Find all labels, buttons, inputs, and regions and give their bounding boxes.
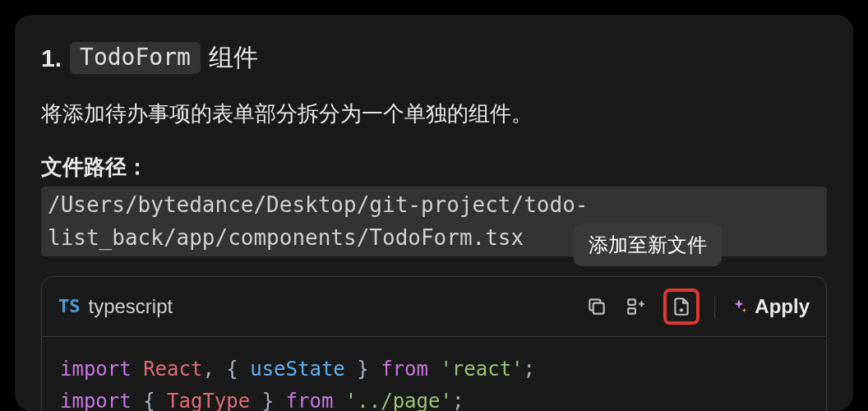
heading-number: 1. [41, 44, 62, 72]
insert-button[interactable] [624, 294, 649, 319]
copy-button[interactable] [584, 294, 609, 319]
copy-icon [586, 296, 607, 317]
code-block: TS typescript [41, 276, 827, 411]
heading-code-badge: TodoForm [70, 42, 201, 74]
new-file-button[interactable] [669, 294, 694, 319]
apply-button[interactable]: Apply [730, 295, 810, 318]
language-label: typescript [89, 295, 173, 318]
svg-rect-1 [629, 299, 636, 305]
section-heading: 1. TodoForm 组件 [41, 41, 827, 75]
file-path-label: 文件路径： [41, 153, 148, 182]
code-line: import React, { useState } from 'react'; [60, 353, 808, 386]
apply-label: Apply [755, 295, 810, 318]
content-panel: 1. TodoForm 组件 将添加待办事项的表单部分拆分为一个单独的组件。 文… [15, 15, 853, 411]
code-header: TS typescript [42, 277, 826, 337]
action-divider [714, 296, 715, 317]
code-body[interactable]: import React, { useState } from 'react';… [42, 337, 826, 411]
svg-rect-0 [593, 302, 604, 313]
sparkle-icon [730, 298, 748, 316]
code-actions: Apply [584, 289, 810, 325]
ts-badge: TS [58, 296, 81, 316]
new-file-highlight [663, 289, 699, 325]
code-line: import { TagType } from '../page'; [60, 386, 808, 411]
new-file-tooltip: 添加至新文件 [574, 224, 722, 266]
heading-suffix: 组件 [209, 41, 258, 75]
section-description: 将添加待办事项的表单部分拆分为一个单独的组件。 [41, 99, 827, 128]
svg-rect-2 [629, 308, 636, 314]
insert-icon [626, 296, 647, 317]
code-container: 添加至新文件 TS typescript [41, 276, 827, 411]
new-file-icon [671, 296, 692, 317]
